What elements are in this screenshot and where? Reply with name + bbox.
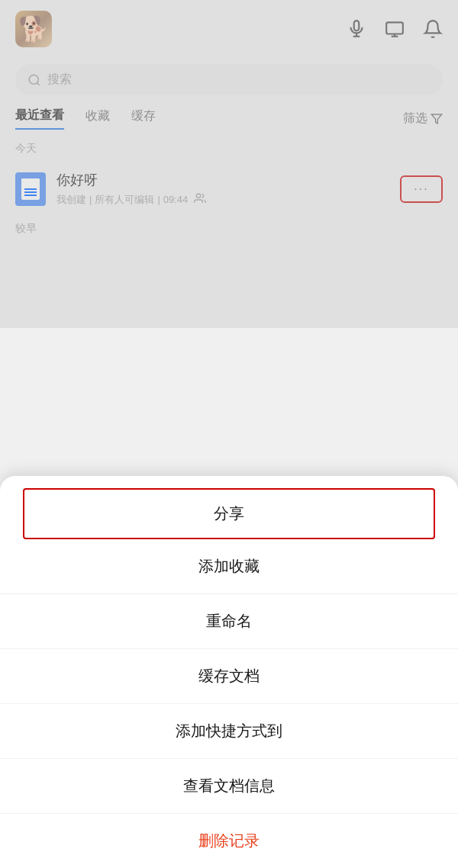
- menu-item-add-shortcut[interactable]: 添加快捷方式到: [0, 704, 458, 759]
- menu-item-add-favorite[interactable]: 添加收藏: [0, 539, 458, 594]
- menu-item-view-info[interactable]: 查看文档信息: [0, 759, 458, 814]
- menu-item-cache-doc[interactable]: 缓存文档: [0, 649, 458, 704]
- context-menu: 分享 添加收藏 重命名 缓存文档 添加快捷方式到 查看文档信息 删除记录: [0, 476, 458, 868]
- menu-item-share[interactable]: 分享: [23, 488, 435, 539]
- menu-item-delete-record[interactable]: 删除记录: [0, 814, 458, 868]
- menu-item-rename[interactable]: 重命名: [0, 594, 458, 649]
- background-dim: [0, 0, 458, 328]
